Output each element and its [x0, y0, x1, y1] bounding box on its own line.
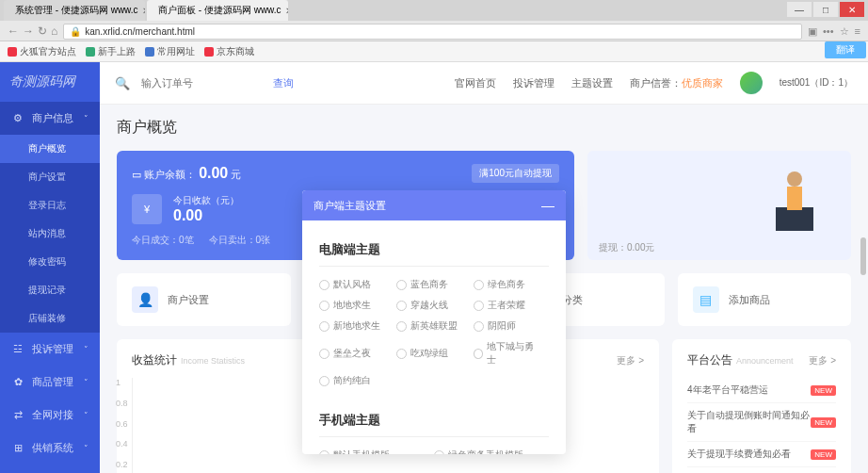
url-text: kan.xrlid.cn/merchant.html	[85, 26, 195, 37]
theme-option[interactable]: 绿色商务	[474, 278, 539, 291]
radio-icon	[474, 280, 484, 290]
window-min[interactable]: —	[787, 2, 812, 17]
radio-icon	[319, 376, 330, 386]
tab-close-icon[interactable]: ✕	[142, 6, 145, 16]
user-info[interactable]: test001（ID：1）	[780, 76, 853, 90]
theme-option[interactable]: 吃鸡绿组	[396, 340, 462, 367]
bookmark-item[interactable]: 新手上路	[86, 45, 136, 58]
tab-close-icon[interactable]: ✕	[285, 6, 288, 16]
menu-icon[interactable]: ≡	[855, 25, 860, 38]
nav-theme[interactable]: 主题设置	[571, 76, 613, 90]
address-bar[interactable]: 🔒 kan.xrlid.cn/merchant.html	[63, 24, 802, 40]
star-icon[interactable]: ☆	[840, 25, 849, 38]
theme-option[interactable]: 王者荣耀	[474, 299, 539, 312]
mobile-theme-options: 默认手机模版绿色商务手机模版简约风格手机模版	[319, 449, 549, 454]
theme-option[interactable]: 堡垒之夜	[319, 340, 385, 367]
radio-icon	[396, 349, 407, 359]
theme-option[interactable]: 蓝色商务	[396, 278, 462, 291]
sidebar-label: 商户信息	[32, 111, 73, 125]
reload-icon[interactable]: ↻	[38, 24, 47, 38]
radio-icon	[319, 450, 330, 455]
radio-icon	[434, 450, 444, 455]
bookmark-icon	[204, 47, 214, 57]
home-icon[interactable]: ⌂	[51, 24, 57, 38]
radio-icon	[396, 321, 407, 332]
nav-complaints[interactable]: 投诉管理	[513, 76, 555, 90]
bookmarks-bar: 火狐官方站点 新手上路 常用网址 京东商城	[0, 41, 868, 62]
theme-option[interactable]: 简约纯白	[319, 374, 385, 387]
forward-icon[interactable]: →	[23, 24, 34, 38]
more-icon[interactable]: •••	[823, 25, 834, 38]
browser-tab[interactable]: 系统管理 - 便捷源码网 www.c ✕	[4, 0, 145, 21]
gear-icon: ⚙	[11, 112, 24, 125]
radio-icon	[396, 301, 407, 311]
radio-icon	[319, 349, 330, 359]
theme-option[interactable]: 地地求生	[319, 299, 385, 312]
theme-option[interactable]: 穿越火线	[396, 299, 462, 312]
search-icon: 🔍	[115, 76, 130, 90]
modal-header: 商户端主题设置 —	[302, 190, 566, 220]
bookmark-item[interactable]: 常用网址	[145, 45, 195, 58]
radio-icon	[319, 280, 330, 290]
back-icon[interactable]: ←	[8, 24, 19, 38]
theme-option[interactable]: 默认风格	[319, 278, 385, 291]
theme-option[interactable]: 阴阳师	[474, 319, 539, 333]
avatar[interactable]	[740, 72, 763, 94]
mobile-theme-title: 手机端主题	[319, 404, 549, 437]
nav-home[interactable]: 官网首页	[455, 76, 496, 90]
minimize-icon[interactable]: —	[541, 198, 555, 213]
radio-icon	[319, 321, 330, 332]
credit-label: 商户信誉：优质商家	[630, 76, 723, 90]
topbar: 🔍 查询 官网首页 投诉管理 主题设置 商户信誉：优质商家 test001（ID…	[100, 62, 868, 105]
theme-option[interactable]: 新英雄联盟	[396, 319, 462, 333]
browser-tab[interactable]: 商户面板 - 便捷源码网 www.c ✕	[147, 0, 288, 21]
shield-icon[interactable]: ▣	[808, 25, 817, 38]
theme-option[interactable]: 新地地求生	[319, 319, 385, 333]
bookmark-item[interactable]: 火狐官方站点	[8, 45, 76, 58]
chevron-down-icon: ˅	[84, 114, 88, 123]
radio-icon	[319, 301, 330, 311]
search-input[interactable]	[141, 77, 254, 89]
radio-icon	[474, 321, 484, 332]
radio-icon	[396, 280, 407, 290]
modal-overlay: 商户端主题设置 — 电脑端主题 默认风格蓝色商务绿色商务地地求生穿越火线王者荣耀…	[0, 124, 868, 473]
logo: 奇测源码网	[0, 62, 100, 102]
radio-icon	[474, 349, 483, 359]
theme-option[interactable]: 默认手机模版	[319, 449, 423, 454]
theme-option[interactable]: 地下城与勇士	[474, 340, 539, 367]
pc-theme-options: 默认风格蓝色商务绿色商务地地求生穿越火线王者荣耀新地地求生新英雄联盟阴阳师堡垒之…	[319, 278, 549, 387]
radio-icon	[474, 301, 484, 311]
pc-theme-title: 电脑端主题	[319, 234, 549, 267]
search-button[interactable]: 查询	[273, 76, 294, 90]
bookmark-icon	[8, 47, 17, 57]
bookmark-icon	[86, 47, 95, 57]
modal-title: 商户端主题设置	[313, 199, 386, 213]
browser-tabs: 系统管理 - 便捷源码网 www.c ✕ 商户面板 - 便捷源码网 www.c …	[0, 0, 868, 21]
theme-option[interactable]: 绿色商务手机模版	[434, 449, 538, 454]
window-max[interactable]: □	[813, 2, 838, 17]
theme-modal: 商户端主题设置 — 电脑端主题 默认风格蓝色商务绿色商务地地求生穿越火线王者荣耀…	[302, 190, 566, 454]
tab-title: 系统管理 - 便捷源码网 www.c	[15, 4, 138, 17]
bookmark-item[interactable]: 京东商城	[204, 45, 254, 58]
translate-badge[interactable]: 翻译	[825, 41, 866, 58]
tab-title: 商户面板 - 便捷源码网 www.c	[158, 4, 281, 17]
bookmark-icon	[145, 47, 154, 57]
window-close[interactable]: ✕	[840, 2, 864, 17]
lock-icon: 🔒	[70, 26, 81, 37]
